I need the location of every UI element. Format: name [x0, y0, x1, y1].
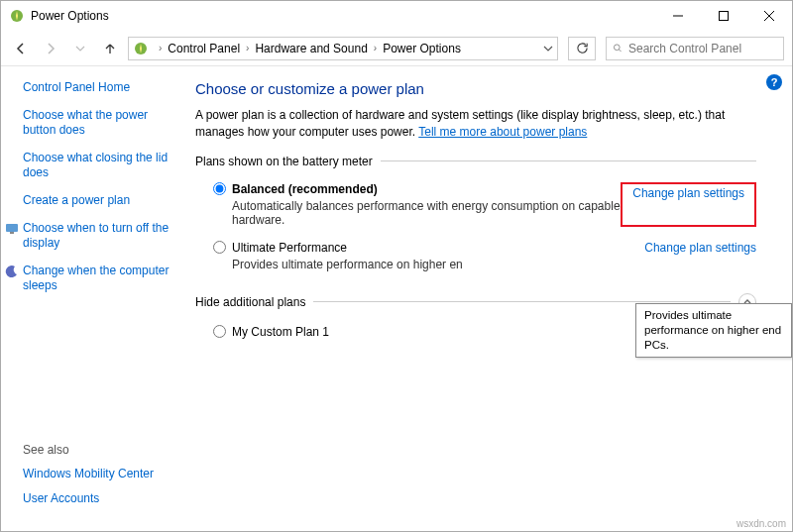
window-title: Power Options: [31, 9, 655, 23]
help-icon[interactable]: ?: [766, 74, 782, 90]
chevron-right-icon: ›: [242, 43, 253, 53]
titlebar: Power Options: [1, 1, 792, 31]
control-panel-home-link[interactable]: Control Panel Home: [23, 80, 179, 96]
search-box[interactable]: [606, 37, 784, 60]
plan-balanced: Balanced (recommended) Automatically bal…: [195, 178, 756, 231]
power-icon: [133, 41, 149, 56]
sidebar-link-display-off[interactable]: Choose when to turn off the display: [23, 221, 179, 252]
change-plan-settings-link[interactable]: Change plan settings: [632, 186, 744, 200]
refresh-button[interactable]: [568, 37, 596, 60]
breadcrumb-item[interactable]: Power Options: [383, 42, 461, 55]
breadcrumb[interactable]: › Control Panel › Hardware and Sound › P…: [128, 37, 558, 60]
maximize-button[interactable]: [701, 1, 746, 31]
search-input[interactable]: [628, 42, 777, 55]
search-icon: [613, 42, 623, 54]
sidebar-link-lid[interactable]: Choose what closing the lid does: [23, 151, 179, 181]
chevron-right-icon: ›: [155, 43, 166, 53]
back-button[interactable]: [9, 37, 33, 60]
sidebar-link-power-button[interactable]: Choose what the power button does: [23, 108, 179, 139]
see-also: See also Windows Mobility Center User Ac…: [23, 443, 154, 517]
watermark: wsxdn.com: [736, 518, 786, 529]
see-also-mobility-center[interactable]: Windows Mobility Center: [23, 467, 154, 482]
plan-desc: Automatically balances performance with …: [232, 199, 628, 227]
plan-desc: Provides ultimate performance on higher …: [232, 258, 644, 271]
change-plan-settings-link[interactable]: Change plan settings: [644, 241, 756, 271]
breadcrumb-item[interactable]: Hardware and Sound: [255, 42, 367, 55]
plan-ultimate: Ultimate Performance Provides ultimate p…: [195, 237, 756, 275]
highlight-box: Change plan settings: [621, 182, 756, 227]
radio-input[interactable]: [213, 241, 226, 254]
divider: [313, 301, 731, 302]
radio-input[interactable]: [213, 182, 226, 195]
plan-radio-custom[interactable]: My Custom Plan 1: [213, 325, 644, 339]
main-panel: Choose or customize a power plan A power…: [189, 66, 792, 531]
close-button[interactable]: [746, 1, 792, 31]
svg-rect-8: [6, 224, 18, 232]
app-icon: [9, 8, 25, 24]
svg-rect-9: [10, 232, 14, 234]
svg-line-7: [619, 50, 621, 52]
forward-button[interactable]: [39, 37, 62, 60]
chevron-right-icon: ›: [370, 43, 381, 53]
learn-more-link[interactable]: Tell me more about power plans: [418, 125, 587, 139]
page-description: A power plan is a collection of hardware…: [195, 107, 756, 141]
svg-point-6: [614, 45, 620, 51]
up-button[interactable]: [98, 37, 122, 60]
plan-radio-ultimate[interactable]: Ultimate Performance: [213, 241, 644, 255]
display-icon: [5, 222, 19, 236]
navbar: › Control Panel › Hardware and Sound › P…: [1, 31, 792, 66]
sidebar-link-create-plan[interactable]: Create a power plan: [23, 193, 179, 209]
radio-input[interactable]: [213, 325, 226, 338]
sidebar-link-sleep[interactable]: Change when the computer sleeps: [23, 264, 179, 294]
minimize-button[interactable]: [655, 1, 701, 31]
sidebar: Control Panel Home Choose what the power…: [1, 66, 189, 531]
page-heading: Choose or customize a power plan: [195, 80, 756, 97]
see-also-user-accounts[interactable]: User Accounts: [23, 491, 154, 507]
breadcrumb-dropdown[interactable]: [543, 44, 553, 53]
see-also-header: See also: [23, 443, 154, 457]
divider: [381, 160, 756, 161]
svg-rect-2: [720, 12, 729, 21]
plan-radio-balanced[interactable]: Balanced (recommended): [213, 182, 628, 196]
tooltip: Provides ultimate performance on higher …: [635, 303, 792, 358]
recent-dropdown[interactable]: [68, 37, 92, 60]
section-battery-plans: Plans shown on the battery meter: [195, 155, 756, 168]
sleep-icon: [5, 265, 19, 278]
breadcrumb-item[interactable]: Control Panel: [168, 42, 240, 55]
window-controls: [655, 1, 792, 31]
